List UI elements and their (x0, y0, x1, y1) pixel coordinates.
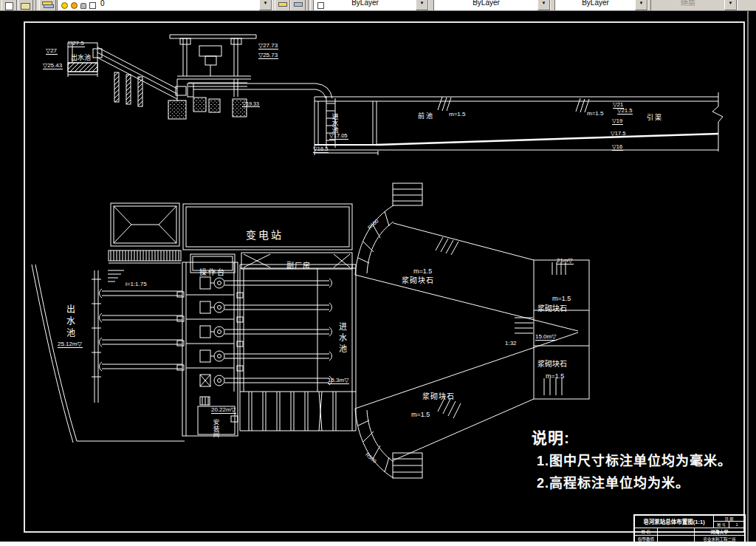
masonry-label: 浆砌块石 (537, 305, 567, 313)
color-control-combo[interactable]: ByLayer ▼ (313, 0, 429, 11)
elevation-mark: ▽27 (46, 48, 58, 55)
elevation-mark: 21m▽ (557, 258, 574, 265)
drawing-canvas[interactable]: 出水池 ▽27.5 ▽27 ▽25.43 ▽27.73 ▽25.73 ▽19.3… (0, 10, 756, 542)
lineweight-control-combo[interactable]: ByLayer ▼ (554, 0, 648, 11)
elevation-mark: ▽19 (612, 118, 623, 125)
make-object-layer-current-button[interactable] (275, 0, 290, 11)
slope-ratio-label: 1:32 (505, 341, 517, 347)
slope-label: m=1.5 (546, 373, 564, 380)
aux-building-label: 副厂房 (286, 262, 311, 270)
new-drawing-button[interactable] (1, 0, 17, 11)
elevation-mark: ▽16.5 (313, 146, 329, 153)
file-icon (5, 2, 13, 10)
make-layer-current-icon (278, 2, 287, 7)
plotstyle-value: 随层 (651, 0, 725, 10)
layer-color-swatch (89, 2, 96, 9)
elevation-mark: ▽16 (612, 144, 623, 151)
pump-units (200, 277, 331, 386)
elevation-mark: ▽19.33 (242, 101, 260, 107)
intake-pool-label: 进水池 (337, 322, 346, 355)
autocad-window: { "toolbar": { "layer_value": "0", "colo… (0, 0, 756, 546)
notes-line-2: 2.高程标注单位均为米。 (537, 477, 690, 491)
plan-view (32, 183, 589, 478)
elevation-mark: 15.0m▽ (535, 334, 557, 341)
masonry-label: 浆砌块石 (402, 277, 434, 285)
layers-icon-2 (44, 4, 54, 8)
layer-on-bulb-icon[interactable] (61, 2, 68, 9)
outlet-pool-label: 出水池 (65, 304, 75, 340)
erection-bay-label: 安装间 (212, 419, 219, 438)
linetype-control-combo[interactable]: ByLayer ▼ (433, 0, 551, 11)
slope-label: m=1.5 (552, 296, 571, 302)
elevation-mark: ▽21.5 (617, 108, 633, 115)
section-outlet-tank-label: 出水池 (71, 55, 91, 61)
plotstyle-combo-dropdown-arrow: ▼ (724, 0, 737, 10)
current-layer-name: 0 (100, 0, 105, 7)
pump-unit (200, 326, 331, 338)
layer-combo-dropdown-arrow[interactable]: ▼ (259, 0, 272, 10)
outlet-pipes (100, 289, 182, 371)
console-label: 操作台 (199, 269, 226, 277)
lineweight-combo-dropdown-arrow[interactable]: ▼ (635, 0, 647, 10)
elevation-mark: ▽17.05 (329, 133, 348, 140)
color-value: ByLayer (314, 0, 416, 10)
elevation-mark: 20.22m▽ (211, 407, 236, 414)
title-block: 皂河泵站总体布置图(1:1) 日 期 图 号 1 姓 名 指导教师 河海大学 农… (633, 514, 746, 544)
slope-label: m=1.5 (449, 112, 465, 117)
layer-previous-button[interactable] (290, 0, 306, 11)
elevation-mark: 25.12m▽ (58, 341, 83, 348)
layer-manager-button[interactable] (39, 0, 56, 11)
toolbar-separator (308, 0, 311, 10)
pump-unit (200, 277, 331, 289)
diversion-channel-label: 引渠 (647, 115, 663, 121)
elevation-mark: ▽27.73 (258, 43, 278, 50)
trash-rack (249, 392, 336, 431)
elevation-mark: ▽27.5 (68, 41, 85, 47)
elevation-mark: ▽25.43 (43, 63, 63, 69)
toolbar-separator (35, 0, 38, 10)
slope-label: m=1.5 (411, 412, 430, 418)
notes-heading: 说明: (532, 430, 570, 446)
linetype-value: ByLayer (434, 0, 538, 10)
linetype-combo-dropdown-arrow[interactable]: ▼ (537, 0, 550, 10)
plotstyle-control-combo: 随层 ▼ (650, 0, 738, 11)
slope-label: m=1.5 (413, 268, 432, 275)
forebay-label: 前池 (418, 113, 434, 120)
window-bottom-edge (0, 542, 756, 546)
elevation-mark: 15.3m▽ (328, 378, 349, 384)
slope-label: i=1:1.75 (126, 281, 147, 287)
object-properties-toolbar: 0 ▼ ByLayer ▼ ByLayer ▼ ByLayer ▼ 随层 ▼ (0, 0, 756, 11)
lineweight-value: ByLayer (555, 0, 636, 10)
title-block-drawing-title: 皂河泵站总体布置图(1:1) (634, 515, 714, 528)
layer-freeze-sun-icon[interactable] (71, 2, 78, 9)
open-drawing-button[interactable] (18, 0, 33, 11)
color-combo-dropdown-arrow[interactable]: ▼ (416, 0, 428, 10)
pump-unit (200, 301, 331, 313)
substation-label: 变电站 (246, 230, 284, 241)
layer-lock-icon[interactable] (80, 3, 86, 9)
pump-unit (200, 350, 331, 362)
layer-previous-icon (294, 2, 303, 7)
slope-label: m=1.5 (587, 111, 603, 117)
masonry-label: 浆砌块石 (537, 361, 567, 369)
layer-control-combo[interactable]: 0 ▼ (57, 0, 272, 11)
elevation-mark: ▽17.5 (611, 131, 626, 137)
elevation-mark: ▽25.73 (258, 52, 278, 59)
notes-line-1: 1.图中尺寸标注单位均为毫米。 (537, 454, 732, 468)
section-intake-basin-label: 进水池 (331, 113, 337, 133)
masonry-label: 浆砌块石 (422, 393, 455, 401)
pump-unit (200, 375, 331, 386)
folder-icon (21, 3, 30, 10)
